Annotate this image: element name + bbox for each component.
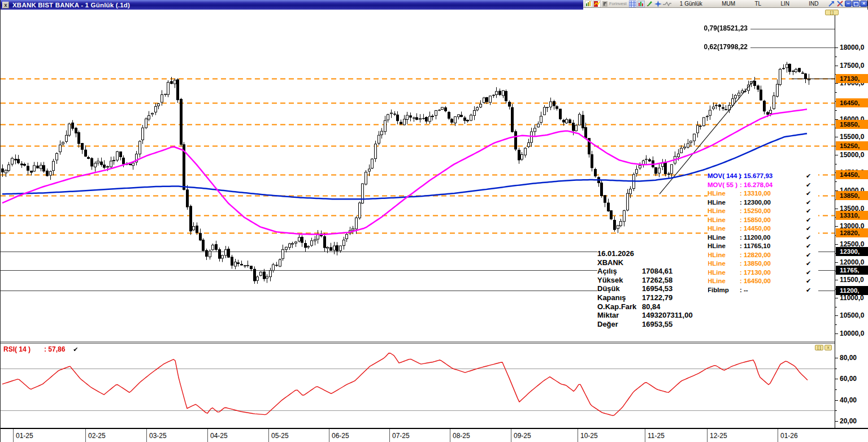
check-icon[interactable]: ✔ — [806, 181, 811, 190]
legend-value: : 16450,00 — [740, 278, 771, 284]
legend-row[interactable]: HLine: 12300,00 ✔ — [708, 198, 818, 207]
legend-row[interactable]: HLine: 12820,00 ✔ — [708, 251, 818, 260]
legend-row[interactable]: HLine: 14450,00 ✔ — [708, 224, 818, 233]
rsi-chart-canvas[interactable] — [1, 344, 835, 428]
price-pane: [ ] MOV( 144 ): 15.677,93 ✔ MOV( 55 ): 1… — [1, 10, 835, 341]
legend-value: : 15850,00 — [740, 216, 771, 223]
compass-icon[interactable] — [654, 1, 662, 7]
legend-value: : 16.278,04 — [740, 181, 772, 188]
close-icon[interactable]: x — [2, 2, 9, 8]
minimize-button[interactable]: – — [845, 1, 852, 7]
window-titlebar[interactable]: x XBANK BIST BANKA - 1 Günlük (.1d) — [1, 0, 583, 10]
info-value: 16954,53 — [642, 284, 672, 293]
rsi-pane-close-button[interactable]: x — [824, 345, 832, 350]
legend-name: HLine — [708, 207, 740, 216]
legend-row[interactable]: MOV( 55 ): 16.278,04 ✔ — [708, 181, 818, 190]
rsi-indicator-label: RSI( 14 ): 57,86✔ — [3, 345, 79, 353]
tools-icon[interactable] — [836, 1, 844, 7]
toolbar-button[interactable]: 1 Günlük — [679, 1, 704, 7]
legend-row[interactable]: FibImp: -- ✔ — [708, 286, 818, 295]
check-icon[interactable]: ✔ — [806, 242, 811, 251]
restore-button[interactable] — [852, 1, 860, 7]
price-tag: 13310, — [836, 211, 868, 220]
price-alert-icon[interactable] — [593, 1, 601, 7]
check-icon[interactable]: ✔ — [806, 259, 811, 268]
forinvest-logo-text: Forinvest — [609, 1, 627, 6]
check-icon[interactable]: ✔ — [73, 346, 78, 353]
price-axis[interactable]: 18000,017500,017000,016500,016000,015500… — [835, 10, 868, 428]
check-icon[interactable]: ✔ — [806, 172, 811, 181]
link-arrow-icon[interactable] — [828, 1, 835, 7]
price-tick — [835, 209, 838, 209]
rsi-name: RSI( 14 ) — [3, 345, 44, 353]
check-icon[interactable]: ✔ — [806, 251, 811, 260]
price-tick — [835, 315, 838, 316]
legend-row[interactable]: MOV( 144 ): 15.677,93 ✔ — [708, 172, 818, 181]
price-tick — [835, 298, 838, 298]
legend-name: HLine — [708, 268, 740, 278]
matrix-icon[interactable] — [629, 1, 636, 7]
info-value: 16953,55 — [642, 320, 672, 328]
rsi-tick-label: 40,00 — [840, 396, 857, 404]
legend-row[interactable]: HLine: 17130,00 ✔ — [708, 268, 818, 278]
price-tick-label: 15000,0 — [840, 151, 864, 159]
legend-row[interactable]: HLine: 16450,00 ✔ — [708, 277, 818, 286]
check-icon[interactable]: ✔ — [806, 268, 811, 278]
check-icon[interactable]: ✔ — [806, 224, 811, 233]
price-minor-tick — [835, 164, 837, 164]
month-separator — [207, 429, 208, 442]
forinvest-logo — [602, 1, 608, 7]
check-icon[interactable]: ✔ — [806, 277, 811, 286]
month-label: 08-25 — [453, 432, 470, 440]
legend-row[interactable]: HLine: 15850,00 ✔ — [708, 216, 818, 225]
check-icon[interactable]: ✔ — [806, 233, 811, 242]
rsi-pane: RSI( 14 ): 57,86✔ [ ] x — [1, 344, 835, 428]
legend-value: : 13850,00 — [740, 260, 771, 267]
toolbar-button[interactable]: TL — [753, 1, 762, 7]
indicator-zigzag-icon[interactable] — [663, 1, 670, 7]
legend-name: HLine — [708, 233, 740, 242]
legend-name: HLine — [708, 242, 740, 251]
check-icon[interactable]: ✔ — [806, 207, 811, 216]
legend-name: MOV( 55 ) — [708, 181, 740, 190]
time-axis[interactable]: 01-2502-2503-2504-2505-2506-2507-2508-25… — [1, 428, 868, 442]
legend-name: HLine — [708, 216, 740, 225]
month-label: 06-25 — [332, 432, 349, 440]
toolbar-button[interactable]: IND — [808, 1, 819, 7]
rsi-minor-tick — [835, 369, 837, 369]
bar-chart-icon[interactable] — [585, 1, 592, 7]
info-value: 80,84 — [642, 302, 661, 311]
rsi-tick — [835, 421, 838, 422]
info-row: Açılış17084,61 — [597, 267, 708, 276]
month-label: 04-25 — [210, 432, 228, 440]
price-minor-tick — [835, 307, 837, 307]
info-value: 1493207311,00 — [642, 311, 693, 319]
check-icon[interactable]: ✔ — [806, 216, 811, 225]
info-row: Değer16953,55 — [597, 320, 708, 329]
draw-pencil-icon[interactable] — [646, 1, 653, 7]
price-tick — [835, 66, 838, 66]
rsi-tick-label: 60,00 — [840, 375, 857, 383]
rsi-pane-restore-button[interactable]: [ ] — [815, 345, 823, 350]
chart-settings-icon[interactable] — [637, 1, 645, 7]
legend-row[interactable]: HLine: 11200,00 ✔ — [708, 233, 818, 242]
legend-value: : 11200,00 — [740, 234, 770, 241]
info-date: 16.01.2026 — [597, 249, 708, 258]
price-pane-restore-button[interactable]: [ ] — [825, 10, 839, 15]
check-icon[interactable]: ✔ — [806, 189, 811, 198]
toolbar-button[interactable]: MUM — [721, 1, 736, 7]
check-icon[interactable]: ✔ — [806, 286, 811, 295]
month-separator — [389, 429, 390, 442]
price-tag: 15250, — [836, 141, 868, 150]
toolbar-button[interactable]: LIN — [779, 1, 791, 7]
legend-row[interactable]: HLine: 13310,00 ✔ — [708, 189, 818, 198]
close-button[interactable]: × — [860, 1, 867, 7]
price-tick-label: 12000,0 — [840, 258, 864, 266]
legend-row[interactable]: HLine: 11765,10 ✔ — [708, 242, 818, 251]
price-tag: 15850, — [836, 120, 868, 129]
legend-row[interactable]: HLine: 15250,00 ✔ — [708, 207, 818, 216]
legend-row[interactable]: HLine: 13850,00 ✔ — [708, 259, 818, 268]
legend-name: FibImp — [708, 286, 740, 295]
check-icon[interactable]: ✔ — [806, 198, 811, 207]
price-tag: 12300, — [836, 247, 868, 256]
